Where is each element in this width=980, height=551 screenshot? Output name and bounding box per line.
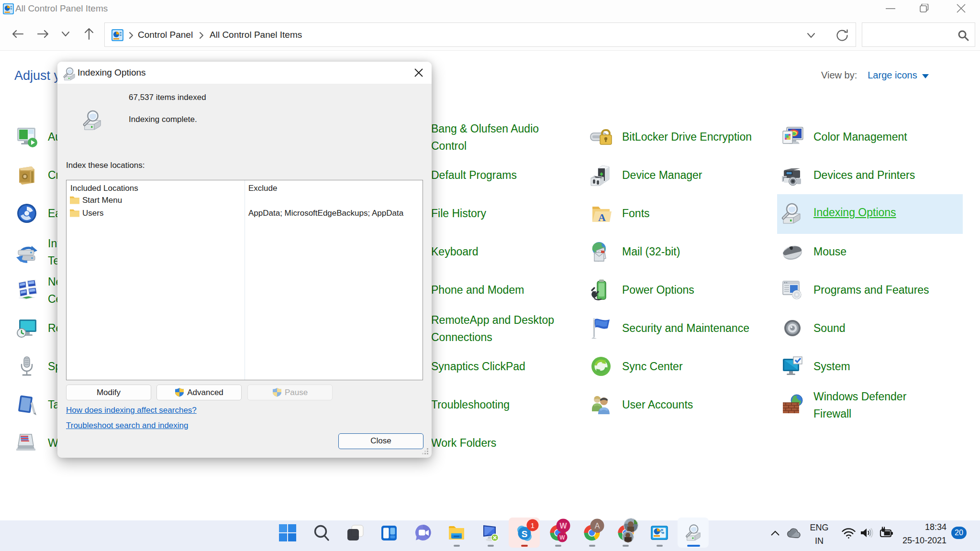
svg-text:W: W: [559, 534, 565, 541]
svg-text:W: W: [559, 522, 567, 530]
svg-text:A: A: [595, 522, 600, 530]
svg-text:A: A: [598, 211, 606, 223]
svg-text:1: 1: [531, 521, 535, 529]
